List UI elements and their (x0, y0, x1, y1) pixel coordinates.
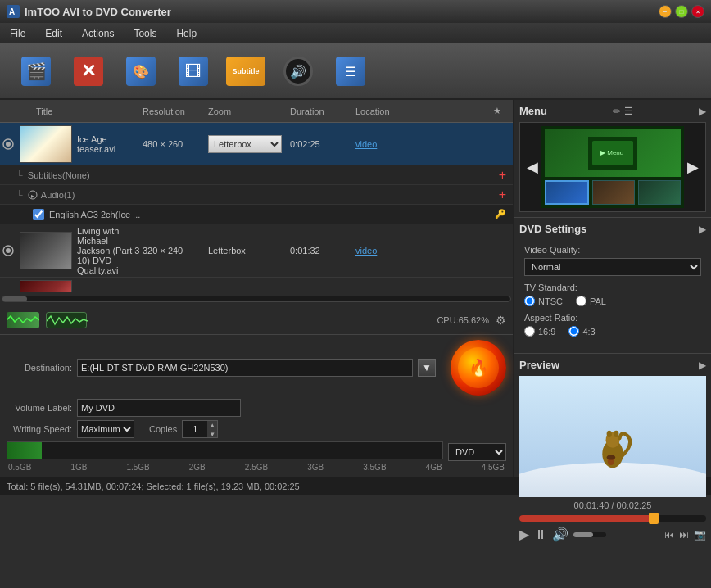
preview-progress-bar[interactable] (519, 515, 706, 522)
waveform-bar: CPU:65.62% ⚙ (0, 305, 513, 334)
video-quality-label: Video Quality: (524, 245, 701, 255)
add-more-button[interactable]: 🎞 (174, 52, 213, 91)
file-duration: 0:01:32 (290, 246, 356, 256)
preview-progress-fill (519, 515, 654, 522)
menu-thumbnail-area: ◀ ▶ Menu ▶ (519, 122, 706, 212)
progress-labels: 0.5GB 1GB 1.5GB 2GB 2.5GB 3GB 3.5GB 4GB … (7, 463, 506, 472)
menu-expand-button[interactable]: ▶ (699, 106, 706, 117)
zoom-select[interactable]: Letterbox Pan & Scan Full (208, 135, 282, 153)
menu-edit[interactable]: Edit (42, 26, 66, 41)
preview-progress-thumb[interactable] (649, 513, 659, 524)
col-title: Title (3, 106, 143, 116)
destination-label: Destination: (7, 363, 72, 373)
col-star: ★ (493, 106, 509, 116)
progress-fill (7, 442, 42, 459)
preview-scene (519, 376, 706, 497)
preview-header: Preview ▶ (519, 359, 706, 371)
copies-input[interactable] (183, 421, 207, 437)
ratio-16-9-radio[interactable] (524, 326, 535, 337)
ratio-4-3-label[interactable]: 4:3 (568, 326, 595, 337)
col-duration: Duration (290, 106, 356, 116)
volume-fill (573, 532, 593, 537)
horizontal-scrollbar[interactable] (0, 292, 513, 305)
ntsc-radio[interactable] (524, 296, 535, 306)
add-video-button[interactable]: 🎬 (16, 52, 56, 91)
close-button[interactable]: × (691, 5, 704, 18)
pal-radio[interactable] (576, 296, 586, 306)
list-button[interactable]: ☰ (331, 52, 370, 91)
video-quality-select[interactable]: Normal High Low Custom (524, 258, 701, 276)
convert-button[interactable]: 🎨 (121, 52, 161, 91)
add-subtitle-button[interactable]: + (499, 168, 506, 183)
subtitle-icon: Subtitle (226, 57, 265, 86)
aspect-ratio-label: Aspect Ratio: (524, 313, 701, 323)
minimize-button[interactable]: − (659, 5, 672, 18)
next-frame-button[interactable]: ⏭ (679, 529, 689, 541)
menu-small-thumbs (545, 180, 681, 205)
aspect-ratio-group: 16:9 4:3 (524, 326, 701, 337)
thumb-small-2[interactable] (592, 180, 635, 205)
col-location: Location (356, 106, 493, 116)
destination-dropdown-button[interactable]: ▼ (418, 359, 436, 377)
burn-inner-icon: 🔥 (458, 347, 499, 388)
table-row[interactable]: Ice Age teaser.avi 480 × 260 Letterbox P… (0, 123, 513, 165)
thumb-small-1[interactable] (545, 180, 589, 205)
audio-track-checkbox[interactable] (33, 209, 44, 220)
extra-buttons: ⏮ ⏭ 📷 (664, 529, 706, 541)
add-audio-button[interactable]: + (499, 188, 506, 202)
menu-tools[interactable]: Tools (130, 26, 160, 41)
copies-up-button[interactable]: ▲ (207, 421, 217, 430)
burn-button[interactable]: 🔥 (451, 340, 506, 396)
dvd-settings-header: DVD Settings ▶ (519, 223, 706, 235)
menu-prev-button[interactable]: ◀ (523, 155, 541, 179)
dvd-settings-title: DVD Settings (519, 223, 586, 235)
key-icon: 🔑 (495, 209, 506, 219)
tv-standard-row: TV Standard: NTSC PAL (524, 283, 701, 306)
remove-button[interactable]: ✕ (69, 52, 108, 91)
bottom-controls: Destination: ▼ 🔥 Volume Label: Writing S… (0, 334, 513, 477)
file-location[interactable]: video (356, 246, 513, 256)
aspect-ratio-row: Aspect Ratio: 16:9 4:3 (524, 313, 701, 337)
zoom-value: Letterbox (208, 246, 246, 256)
preview-expand-button[interactable]: ▶ (699, 360, 706, 371)
snapshot-button[interactable]: 📷 (694, 529, 706, 541)
table-row[interactable]: verona.avi 280 × 210 Letterbox 0:01:01 v… (0, 278, 513, 292)
volume-slider[interactable] (573, 532, 606, 537)
ntsc-radio-label[interactable]: NTSC (524, 296, 563, 306)
maximize-button[interactable]: □ (675, 5, 688, 18)
ratio-4-3-radio[interactable] (568, 326, 579, 337)
menu-bar: File Edit Actions Tools Help (0, 23, 711, 44)
audio-row: └ ▸ Audio(1) + (0, 185, 513, 205)
convert-icon: 🎨 (126, 57, 156, 86)
pause-button[interactable]: ⏸ (534, 527, 547, 542)
prev-frame-button[interactable]: ⏮ (664, 529, 674, 541)
menu-help[interactable]: Help (173, 26, 200, 41)
destination-input[interactable] (77, 359, 413, 377)
ratio-16-9-label[interactable]: 16:9 (524, 326, 555, 337)
menu-file[interactable]: File (7, 26, 29, 41)
writing-speed-select[interactable]: Maximum High Medium Low (77, 420, 134, 438)
table-row[interactable]: Living with Michael Jackson (Part 3 10) … (0, 224, 513, 278)
volume-button[interactable]: 🔊 (552, 527, 568, 542)
subtitle-button[interactable]: Subtitle (226, 52, 265, 91)
waveform-green (7, 312, 39, 328)
settings-icon[interactable]: ⚙ (496, 314, 506, 327)
dvd-settings-expand-button[interactable]: ▶ (699, 224, 706, 235)
svg-text:▸: ▸ (30, 192, 34, 199)
volume-input[interactable] (77, 399, 241, 417)
file-list-area: Title Resolution Zoom Duration Location … (0, 100, 514, 477)
pal-radio-label[interactable]: PAL (576, 296, 606, 306)
menu-list-button[interactable]: ☰ (624, 106, 633, 117)
thumb-small-3[interactable] (638, 180, 681, 205)
play-button[interactable]: ▶ (519, 527, 529, 542)
audio-button[interactable]: 🔊 (279, 52, 318, 91)
menu-next-button[interactable]: ▶ (684, 155, 702, 179)
disc-format-select[interactable]: DVD DVD-DL BD (448, 443, 506, 461)
menu-edit-button[interactable]: ✏ (613, 106, 621, 117)
expand-icon: ▸ (28, 190, 38, 200)
menu-actions[interactable]: Actions (79, 26, 117, 41)
file-location[interactable]: video (356, 139, 513, 149)
audio-icon: 🔊 (283, 57, 313, 86)
copies-down-button[interactable]: ▼ (207, 430, 217, 439)
file-title: Ice Age teaser.avi (75, 133, 143, 156)
